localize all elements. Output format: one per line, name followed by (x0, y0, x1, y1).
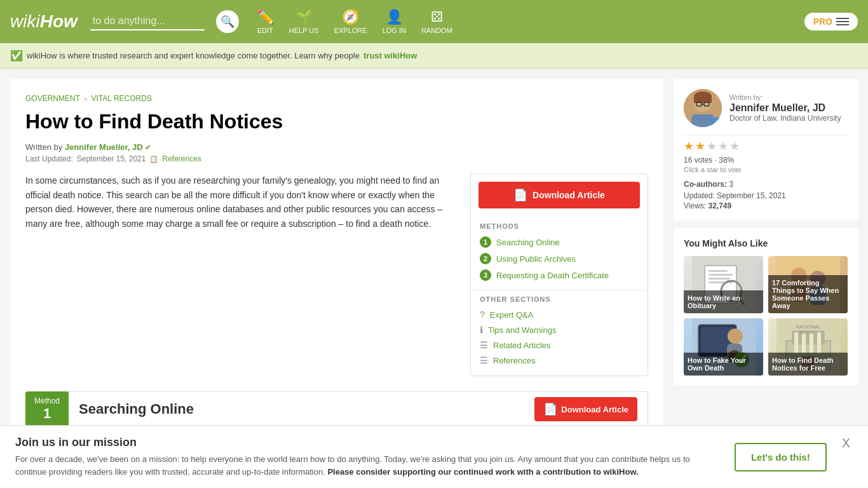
nav-random[interactable]: ⚄ RANDOM (421, 9, 452, 34)
edit-icon: ✏️ (257, 9, 274, 25)
method-num-3: 3 (480, 269, 491, 281)
method-num-2: 2 (480, 253, 491, 264)
hamburger-icon (836, 18, 849, 25)
trust-check-icon: ✅ (10, 50, 23, 62)
last-updated-date: September 15, 2021 (77, 154, 146, 163)
author-credentials: Doctor of Law, Indiana University (729, 114, 848, 123)
method-pdf-icon: 📄 (543, 402, 557, 416)
notification-bold: Please consider supporting our continued… (327, 467, 638, 477)
star-rating[interactable]: ★ ★ ★ ★ ★ (684, 139, 848, 153)
notification-close-button[interactable]: X (839, 436, 853, 451)
svg-rect-30 (709, 270, 728, 272)
trust-bar: ✅ wikiHow is where trusted research and … (0, 43, 868, 69)
method-item-2[interactable]: 2 Using Public Archives (480, 250, 639, 267)
written-by-label: Written by: (729, 93, 848, 101)
rating-info: 16 votes · 38% (684, 156, 848, 165)
svg-rect-23 (694, 97, 712, 103)
related-label: Related Articles (493, 341, 550, 350)
written-by-prefix: Written by (25, 142, 65, 152)
search-bar (90, 13, 205, 30)
method-badge-label: Method (34, 396, 60, 405)
method-title-bar: Searching Online 📄 Download Article (69, 391, 648, 427)
related-section: You Might Also Like (674, 228, 858, 386)
breadcrumb-government[interactable]: GOVERNMENT (25, 94, 80, 103)
nav-random-label: RANDOM (421, 27, 452, 34)
pro-button[interactable]: PRO (804, 13, 858, 30)
verified-icon: ✓ (712, 117, 722, 127)
star-4[interactable]: ★ (718, 139, 728, 153)
star-3[interactable]: ★ (707, 139, 717, 153)
method-item-3[interactable]: 3 Requesting a Death Certificate (480, 267, 639, 283)
author-link[interactable]: Jennifer Mueller, JD (65, 142, 143, 152)
trust-text: wikiHow is where trusted research and ex… (27, 51, 360, 60)
related-card-comforting[interactable]: 17 Comforting Things to Say When Someone… (768, 256, 848, 313)
views-label: Views: (684, 201, 706, 210)
other-section-tips[interactable]: ℹ Tips and Warnings (480, 322, 639, 337)
related-grid: How to Write an Obituary (684, 256, 848, 376)
method-download-label: Download Article (561, 405, 628, 414)
nav-login[interactable]: 👤 LOG IN (383, 9, 406, 34)
star-2[interactable]: ★ (695, 139, 705, 153)
click-star-label: Click a star to vote (684, 166, 848, 173)
method-num-1: 1 (480, 236, 491, 248)
nav-help-us[interactable]: 🌱 HELP US (289, 9, 319, 34)
method-download-button[interactable]: 📄 Download Article (534, 397, 637, 421)
references-icon: 📋 (149, 155, 158, 163)
nav-explore[interactable]: 🧭 EXPLORE (334, 9, 367, 34)
methods-box: 📄 Download Article METHODS 1 Searching O… (470, 173, 648, 376)
method-1-header: Method 1 Searching Online 📄 Download Art… (25, 391, 648, 427)
download-article-button[interactable]: 📄 Download Article (478, 182, 640, 208)
author-info: Written by: Jennifer Mueller, JD Doctor … (729, 93, 848, 123)
updated-label: Updated: (684, 191, 715, 200)
site-logo[interactable]: wikiHow (10, 11, 78, 32)
method-badge: Method 1 (25, 391, 69, 427)
refs-icon: ☰ (480, 355, 488, 365)
notification-cta-button[interactable]: Let's do this! (735, 443, 827, 471)
intro-section: In some circumstances, such as if you ar… (25, 173, 648, 376)
svg-text:NATIONAL: NATIONAL (796, 324, 821, 330)
logo-how: How (40, 11, 78, 32)
star-5[interactable]: ★ (729, 139, 740, 153)
nav-edit[interactable]: ✏️ EDIT (257, 9, 274, 34)
svg-rect-56 (817, 332, 821, 353)
related-icon: ☰ (480, 340, 488, 350)
site-header: wikiHow 🔍 ✏️ EDIT 🌱 HELP US 🧭 EXPLORE 👤 … (0, 0, 868, 43)
search-input[interactable] (90, 13, 205, 29)
related-thumb-4: NATIONAL ARCHI... How to Find Death Noti… (768, 318, 848, 376)
other-section-qa[interactable]: ? Expert Q&A (480, 307, 639, 322)
author-card-header: ✓ Written by: Jennifer Mueller, JD Docto… (684, 89, 848, 127)
method-badge-num: 1 (34, 405, 60, 422)
random-icon: ⚄ (431, 9, 443, 25)
other-section-related[interactable]: ☰ Related Articles (480, 337, 639, 353)
notification-text: For over a decade, we've been on a missi… (15, 453, 722, 478)
search-button[interactable]: 🔍 (216, 10, 239, 33)
references-link[interactable]: References (162, 154, 201, 163)
method-item-1[interactable]: 1 Searching Online (480, 234, 639, 250)
updated-date: September 15, 2021 (717, 191, 786, 200)
other-section-refs[interactable]: ☰ References (480, 353, 639, 368)
coauthors-section: Co-authors: 3 Updated: September 15, 202… (684, 180, 786, 210)
nav-items: ✏️ EDIT 🌱 HELP US 🧭 EXPLORE 👤 LOG IN ⚄ R… (257, 9, 452, 34)
methods-list: 1 Searching Online 2 Using Public Archiv… (471, 234, 648, 290)
updated-info: Updated: September 15, 2021 (684, 191, 786, 200)
author-avatar: ✓ (684, 89, 722, 127)
related-card-find-free[interactable]: NATIONAL ARCHI... How to Find Death Noti… (768, 318, 848, 376)
author-card: ✓ Written by: Jennifer Mueller, JD Docto… (674, 79, 858, 220)
notification-content: Join us in our mission For over a decade… (15, 436, 722, 478)
verified-badge: ✔ (145, 143, 151, 152)
related-card-obituary[interactable]: How to Write an Obituary (684, 256, 763, 313)
breadcrumb-vital-records[interactable]: VITAL RECORDS (92, 94, 152, 103)
svg-rect-31 (709, 274, 733, 276)
helpus-icon: 🌱 (295, 9, 313, 25)
star-1[interactable]: ★ (684, 139, 694, 153)
coauthors-info: Co-authors: 3 (684, 180, 786, 189)
trust-link[interactable]: trust wikiHow (363, 51, 417, 60)
methods-box-top: 📄 Download Article (471, 174, 648, 216)
nav-helpus-label: HELP US (289, 27, 319, 34)
related-card-fake-death[interactable]: How to Fake Your Own Death (684, 318, 763, 376)
related-thumb-2: 17 Comforting Things to Say When Someone… (768, 256, 848, 313)
views-info: Views: 32,749 (684, 201, 786, 210)
related-caption-4: How to Find Death Notices for Free (768, 353, 848, 376)
related-caption-1: How to Write an Obituary (684, 290, 763, 313)
tips-icon: ℹ (480, 325, 483, 335)
